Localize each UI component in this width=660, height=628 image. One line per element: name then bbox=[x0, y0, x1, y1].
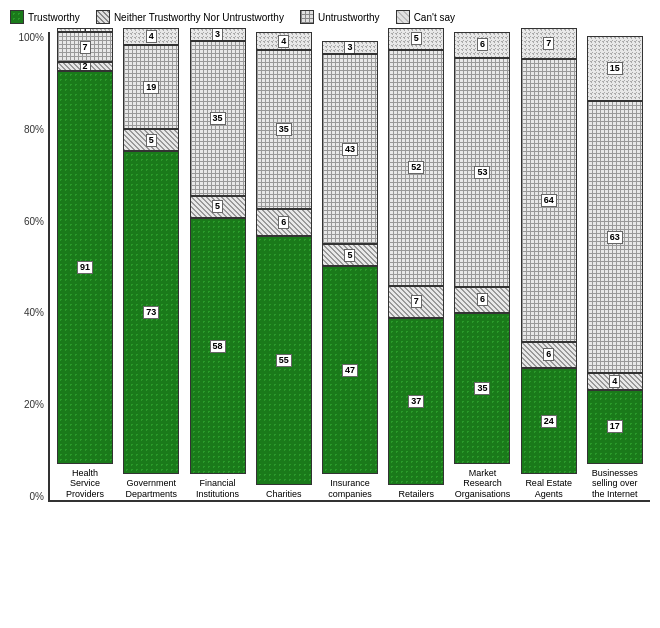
segment-untrustworthy-bar-4: 43 bbox=[322, 54, 378, 244]
bar-4: 343547 bbox=[322, 32, 378, 474]
segment-label-trustworthy-bar-2: 58 bbox=[210, 340, 226, 353]
segment-untrustworthy-bar-5: 52 bbox=[388, 50, 444, 286]
segment-trustworthy-bar-1: 73 bbox=[123, 151, 179, 474]
segment-trustworthy-bar-2: 58 bbox=[190, 218, 246, 475]
segment-trustworthy-bar-6: 35 bbox=[454, 313, 510, 464]
segment-untrustworthy-bar-8: 63 bbox=[587, 101, 643, 373]
segment-cantSay-bar-5: 5 bbox=[388, 28, 444, 51]
segment-label-untrustworthy-bar-3: 35 bbox=[276, 123, 292, 136]
segment-neither-bar-7: 6 bbox=[521, 342, 577, 369]
bar-group-2: 335558FinancialInstitutions bbox=[186, 32, 248, 500]
segment-neither-bar-1: 5 bbox=[123, 129, 179, 151]
bar-group-5: 552737Retailers bbox=[385, 32, 447, 500]
legend-label-neither: Neither Trustworthy Nor Untrustworthy bbox=[114, 12, 284, 23]
segment-cantSay-bar-2: 3 bbox=[190, 28, 246, 41]
legend-color-neither bbox=[96, 10, 110, 24]
bar-label-8: Businessesselling overthe Internet bbox=[584, 468, 646, 500]
segment-label-untrustworthy-bar-5: 52 bbox=[408, 161, 424, 174]
bar-label-2: FinancialInstitutions bbox=[186, 478, 248, 500]
segment-neither-bar-2: 5 bbox=[190, 196, 246, 218]
segment-label-untrustworthy-bar-1: 19 bbox=[143, 81, 159, 94]
segment-label-cantSay-bar-1: 4 bbox=[146, 30, 157, 43]
segment-trustworthy-bar-0: 91 bbox=[57, 71, 113, 464]
bar-group-3: 435655Charities bbox=[253, 32, 315, 500]
legend-item-trustworthy: Trustworthy bbox=[10, 10, 80, 24]
legend-label-untrustworthy: Untrustworthy bbox=[318, 12, 380, 23]
segment-label-untrustworthy-bar-7: 64 bbox=[541, 194, 557, 207]
segment-neither-bar-5: 7 bbox=[388, 286, 444, 318]
bar-group-6: 653635MarketResearchOrganisations bbox=[451, 32, 513, 500]
segment-label-neither-bar-4: 5 bbox=[344, 249, 355, 262]
segment-label-cantSay-bar-6: 6 bbox=[477, 38, 488, 51]
bar-0: 17291 bbox=[57, 32, 113, 464]
bar-label-7: Real EstateAgents bbox=[518, 478, 580, 500]
bars-area: 17291HealthServiceProviders419573Governm… bbox=[48, 32, 650, 502]
segment-label-trustworthy-bar-4: 47 bbox=[342, 364, 358, 377]
segment-trustworthy-bar-8: 17 bbox=[587, 390, 643, 463]
segment-label-untrustworthy-bar-4: 43 bbox=[342, 143, 358, 156]
bar-label-0: HealthServiceProviders bbox=[54, 468, 116, 500]
segment-label-neither-bar-6: 6 bbox=[477, 293, 488, 306]
y-axis-label: 60% bbox=[24, 216, 44, 227]
segment-neither-bar-6: 6 bbox=[454, 287, 510, 313]
segment-label-cantSay-bar-4: 3 bbox=[344, 41, 355, 54]
y-axis-label: 80% bbox=[24, 124, 44, 135]
legend-item-cantSay: Can't say bbox=[396, 10, 455, 24]
segment-untrustworthy-bar-0: 7 bbox=[57, 32, 113, 62]
legend-color-untrustworthy bbox=[300, 10, 314, 24]
legend-color-cantSay bbox=[396, 10, 410, 24]
bar-group-1: 419573GovernmentDepartments bbox=[120, 32, 182, 500]
bar-label-6: MarketResearchOrganisations bbox=[451, 468, 513, 500]
segment-label-cantSay-bar-8: 15 bbox=[607, 62, 623, 75]
segment-label-trustworthy-bar-0: 91 bbox=[77, 261, 93, 274]
segment-label-neither-bar-3: 6 bbox=[278, 216, 289, 229]
segment-label-untrustworthy-bar-2: 35 bbox=[210, 112, 226, 125]
bar-2: 335558 bbox=[190, 32, 246, 474]
bar-8: 1563417 bbox=[587, 32, 643, 464]
segment-label-neither-bar-1: 5 bbox=[146, 134, 157, 147]
legend: TrustworthyNeither Trustworthy Nor Untru… bbox=[10, 10, 650, 24]
segment-label-cantSay-bar-3: 4 bbox=[278, 35, 289, 48]
segment-label-untrustworthy-bar-6: 53 bbox=[474, 166, 490, 179]
segment-untrustworthy-bar-3: 35 bbox=[256, 50, 312, 209]
bar-7: 764624 bbox=[521, 32, 577, 474]
bar-group-0: 17291HealthServiceProviders bbox=[54, 32, 116, 500]
bar-1: 419573 bbox=[123, 32, 179, 474]
segment-label-untrustworthy-bar-8: 63 bbox=[607, 231, 623, 244]
segment-neither-bar-3: 6 bbox=[256, 209, 312, 236]
segment-cantSay-bar-1: 4 bbox=[123, 28, 179, 46]
segment-cantSay-bar-4: 3 bbox=[322, 41, 378, 54]
segment-trustworthy-bar-3: 55 bbox=[256, 236, 312, 485]
segment-cantSay-bar-6: 6 bbox=[454, 32, 510, 58]
chart-area: 100%80%60%40%20%0% 17291HealthServicePro… bbox=[10, 32, 650, 562]
legend-color-trustworthy bbox=[10, 10, 24, 24]
legend-item-untrustworthy: Untrustworthy bbox=[300, 10, 380, 24]
segment-neither-bar-4: 5 bbox=[322, 244, 378, 266]
bar-label-4: Insurancecompanies bbox=[319, 478, 381, 500]
segment-label-trustworthy-bar-8: 17 bbox=[607, 420, 623, 433]
segment-cantSay-bar-8: 15 bbox=[587, 36, 643, 101]
segment-label-neither-bar-0: 2 bbox=[80, 62, 91, 71]
segment-label-neither-bar-7: 6 bbox=[543, 348, 554, 361]
segment-label-trustworthy-bar-1: 73 bbox=[143, 306, 159, 319]
y-axis-label: 0% bbox=[30, 491, 44, 502]
segment-untrustworthy-bar-1: 19 bbox=[123, 45, 179, 129]
bar-group-8: 1563417Businessesselling overthe Interne… bbox=[584, 32, 646, 500]
segment-label-trustworthy-bar-5: 37 bbox=[408, 395, 424, 408]
segment-label-untrustworthy-bar-0: 7 bbox=[80, 41, 91, 54]
segment-neither-bar-8: 4 bbox=[587, 373, 643, 390]
bar-group-7: 764624Real EstateAgents bbox=[518, 32, 580, 500]
segment-label-cantSay-bar-7: 7 bbox=[543, 37, 554, 50]
segment-label-cantSay-bar-5: 5 bbox=[411, 32, 422, 45]
bar-group-4: 343547Insurancecompanies bbox=[319, 32, 381, 500]
chart-container: TrustworthyNeither Trustworthy Nor Untru… bbox=[0, 0, 660, 628]
segment-trustworthy-bar-4: 47 bbox=[322, 266, 378, 474]
segment-label-neither-bar-2: 5 bbox=[212, 200, 223, 213]
bar-3: 435655 bbox=[256, 32, 312, 485]
y-axis-label: 100% bbox=[18, 32, 44, 43]
segment-label-trustworthy-bar-3: 55 bbox=[276, 354, 292, 367]
legend-label-trustworthy: Trustworthy bbox=[28, 12, 80, 23]
segment-trustworthy-bar-5: 37 bbox=[388, 318, 444, 486]
y-axis-label: 40% bbox=[24, 307, 44, 318]
segment-untrustworthy-bar-6: 53 bbox=[454, 58, 510, 287]
